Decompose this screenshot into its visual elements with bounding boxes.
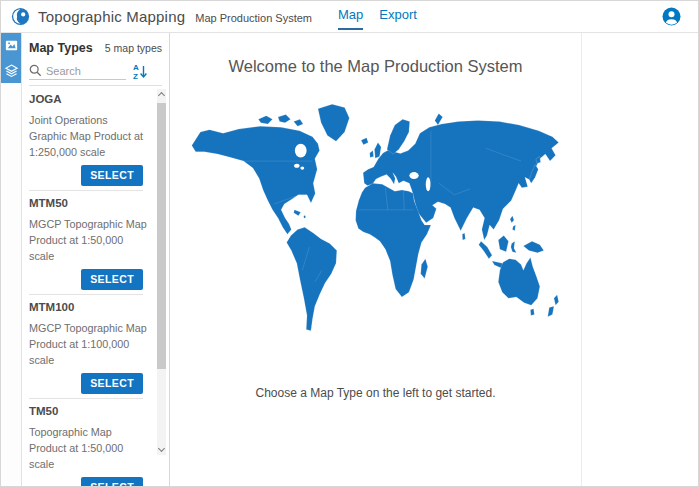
map-type-description: Joint Operations Graphic Map Product at … xyxy=(29,112,147,160)
sidebar-divider xyxy=(29,85,162,86)
map-panel-tool-button[interactable] xyxy=(1,33,21,58)
app-body: Map Types 5 map types A Z xyxy=(1,33,698,487)
welcome-title: Welcome to the Map Production System xyxy=(228,57,522,76)
map-type-description: MGCP Topographic Map Product at 1:100,00… xyxy=(29,320,147,368)
map-type-name: MTM100 xyxy=(29,301,143,313)
map-type-name: TM50 xyxy=(29,405,143,417)
app-title: Topographic Mapping xyxy=(38,8,185,25)
map-type-list-item: TM50 Topographic Map Product at 1:50,000… xyxy=(29,399,143,487)
app-window: Topographic Mapping Map Production Syste… xyxy=(0,0,699,487)
header-tabs: Map Export xyxy=(338,1,417,33)
scrollbar-thumb[interactable] xyxy=(157,103,166,369)
select-button[interactable]: SELECT xyxy=(81,477,143,487)
app-subtitle: Map Production System xyxy=(195,10,312,24)
select-button[interactable]: SELECT xyxy=(81,373,143,394)
sidebar-title: Map Types xyxy=(29,41,93,55)
scroll-down-icon[interactable] xyxy=(158,445,165,452)
tool-group xyxy=(1,33,21,83)
map-types-sidebar: Map Types 5 map types A Z xyxy=(22,33,170,487)
sort-a-z-icon[interactable]: A Z xyxy=(132,63,148,80)
search-input[interactable] xyxy=(46,65,120,77)
sidebar-header: Map Types 5 map types A Z xyxy=(22,33,169,86)
tab-map[interactable]: Map xyxy=(338,1,363,30)
map-type-list-item: MTM100 MGCP Topographic Map Product at 1… xyxy=(29,295,143,399)
sidebar-scrollbar[interactable] xyxy=(157,89,166,455)
map-type-description: MGCP Topographic Map Product at 1:50,000… xyxy=(29,216,147,264)
select-button[interactable]: SELECT xyxy=(81,269,143,290)
tool-strip xyxy=(1,33,22,487)
map-types-count: 5 map types xyxy=(105,42,162,54)
select-button[interactable]: SELECT xyxy=(81,165,143,186)
svg-text:A: A xyxy=(133,63,139,72)
scroll-up-icon[interactable] xyxy=(158,92,165,99)
map-type-list-item: MTM50 MGCP Topographic Map Product at 1:… xyxy=(29,191,143,295)
world-map-image xyxy=(180,96,572,340)
user-avatar-icon[interactable] xyxy=(662,7,681,26)
main-area: Welcome to the Map Production System xyxy=(170,33,698,487)
map-type-description: Topographic Map Product at 1:50,000 scal… xyxy=(29,424,147,472)
globe-logo-icon xyxy=(11,7,30,26)
map-type-name: JOGA xyxy=(29,93,143,105)
layers-icon xyxy=(4,63,19,78)
map-panel-icon xyxy=(4,38,19,53)
search-icon xyxy=(29,64,42,77)
instruction-text: Choose a Map Type on the left to get sta… xyxy=(256,386,496,400)
tab-export[interactable]: Export xyxy=(379,1,417,30)
layers-tool-button[interactable] xyxy=(1,58,21,83)
map-type-list-item: JOGA Joint Operations Graphic Map Produc… xyxy=(29,87,143,191)
app-header: Topographic Mapping Map Production Syste… xyxy=(1,1,698,33)
map-types-list: JOGA Joint Operations Graphic Map Produc… xyxy=(22,87,169,487)
welcome-panel: Welcome to the Map Production System xyxy=(170,33,582,487)
map-type-name: MTM50 xyxy=(29,197,143,209)
svg-text:Z: Z xyxy=(133,72,138,80)
